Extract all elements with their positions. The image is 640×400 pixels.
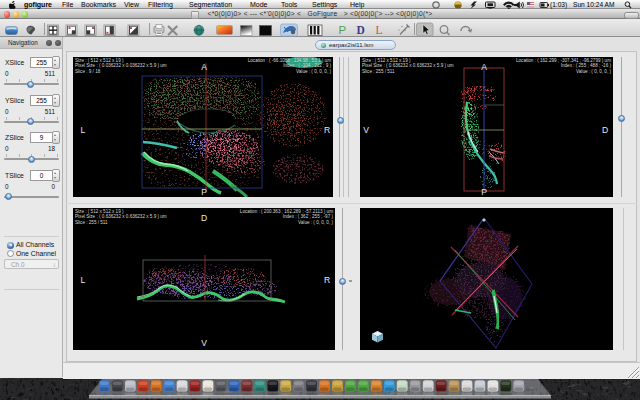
svg-text:A: A [481,62,487,72]
svg-text:Slice : 255 / 511: Slice : 255 / 511 [75,220,108,225]
svg-text:D: D [201,213,207,223]
svg-text:R: R [324,275,330,285]
svg-text:R: R [324,125,330,135]
svg-text:Value : ( 0, 0, 0, ): Value : ( 0, 0, 0, ) [576,69,611,74]
svg-text:Value : ( 0, 0, 0, ): Value : ( 0, 0, 0, ) [298,220,333,225]
svg-text:L: L [81,275,86,285]
svg-text:P: P [201,187,207,197]
svg-text:L: L [81,125,86,135]
svg-text:L: L [376,24,383,36]
svg-text:V: V [201,338,207,348]
svg-text:P: P [339,24,347,36]
svg-text:P: P [481,187,487,197]
svg-text:V: V [363,125,369,135]
svg-text:D: D [357,24,365,36]
svg-text:Slice : 9 / 18: Slice : 9 / 18 [75,69,101,74]
svg-text:D: D [602,125,608,135]
svg-text:Slice : 255 / 511: Slice : 255 / 511 [362,69,395,74]
svg-text:A: A [201,62,207,72]
svg-text:Value : ( 0, 0, 0, ): Value : ( 0, 0, 0, ) [296,69,331,74]
